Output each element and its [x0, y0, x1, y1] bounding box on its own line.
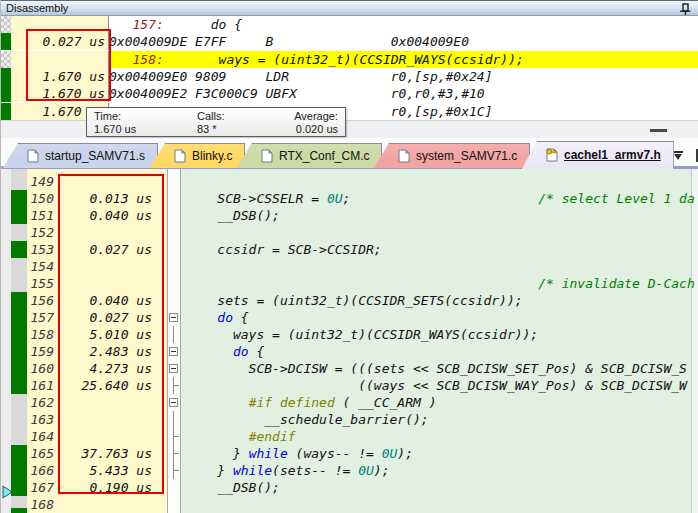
coverage-block[interactable]: [11, 190, 27, 207]
execution-time-cell: 0.013 us: [56, 190, 158, 207]
editor-line[interactable]: 149: [1, 173, 698, 190]
disassembly-titlebar: Disassembly: [1, 0, 698, 16]
execution-time-cell: 4.273 us: [56, 360, 158, 377]
tooltip-value-calls: 83 *: [197, 123, 289, 136]
code-text: [181, 224, 696, 241]
coverage-block: [1, 68, 11, 85]
editor-line[interactable]: 1585.010 us ways = (uint32_t)(CCSIDR_WAY…: [1, 326, 698, 343]
fold-marker[interactable]: [167, 377, 181, 394]
fold-collapse-icon[interactable]: [169, 313, 178, 322]
line-number: 149: [27, 173, 54, 190]
execution-time-cell: 0.027 us: [56, 309, 158, 326]
execution-time-cell: [56, 428, 158, 445]
line-number: 154: [27, 258, 54, 275]
editor-line[interactable]: 1592.483 us do {: [1, 343, 698, 360]
disassembly-panel[interactable]: Disassembly 157: do {0.027 us0x004009DE …: [1, 0, 698, 138]
code-text: } while (ways-- != 0U);: [181, 445, 696, 462]
editor-line[interactable]: 155 /* invalidate D-Cach: [1, 275, 698, 292]
tab-system-samv71-c[interactable]: system_SAMV71.c: [374, 143, 530, 168]
coverage-block[interactable]: [11, 377, 27, 394]
fold-marker[interactable]: [167, 428, 181, 445]
coverage-block: [1, 51, 11, 68]
coverage-block[interactable]: [11, 207, 27, 224]
code-text: [181, 258, 696, 275]
fold-collapse-icon[interactable]: [169, 347, 178, 356]
execution-time-cell: [56, 496, 158, 513]
code-text: SCB->DCISW = (((sets << SCB_DCISW_SET_Po…: [181, 360, 696, 377]
editor-line[interactable]: 1500.013 us SCB->CSSELR = 0U; /* select …: [1, 190, 698, 207]
disasm-timing-cell: 1.670 us: [11, 85, 109, 102]
disassembly-title: Disassembly: [6, 2, 68, 14]
editor-line[interactable]: 1530.027 us ccsidr = SCB->CCSIDR;: [1, 241, 698, 258]
fold-marker[interactable]: [167, 445, 181, 462]
editor-line[interactable]: 16125.640 us ((ways << SCB_DCISW_WAY_Pos…: [1, 377, 698, 394]
fold-marker[interactable]: [167, 343, 181, 360]
tooltip-value-average: 0.020 us: [289, 123, 338, 136]
pin-icon[interactable]: [679, 3, 691, 15]
execution-time-cell: [56, 394, 158, 411]
tab-startup-samv71-s[interactable]: startup_SAMV71.s: [3, 143, 158, 168]
editor-line[interactable]: 1670.190 us __DSB();: [1, 479, 698, 496]
coverage-block[interactable]: [11, 309, 27, 326]
editor-line[interactable]: 1510.040 us __DSB();: [1, 207, 698, 224]
disasm-row[interactable]: 1.670 us0x004009E2 F3C000C9 UBFX r0,r0,#…: [1, 85, 698, 102]
coverage-block[interactable]: [11, 360, 27, 377]
line-number: 156: [27, 292, 54, 309]
disasm-row[interactable]: 1.670 us0x004009E0 9809 LDR r0,[sp,#0x24…: [1, 68, 698, 85]
line-number: 160: [27, 360, 54, 377]
editor-line[interactable]: 164 #endif: [1, 428, 698, 445]
editor-line[interactable]: 162 #if defined ( __CC_ARM ): [1, 394, 698, 411]
coverage-block[interactable]: [11, 462, 27, 479]
editor-line[interactable]: 16537.763 us } while (ways-- != 0U);: [1, 445, 698, 462]
fold-marker[interactable]: [167, 326, 181, 343]
fold-marker[interactable]: [167, 360, 181, 377]
coverage-block[interactable]: [11, 343, 27, 360]
fold-collapse-icon[interactable]: [169, 364, 178, 373]
editor-line[interactable]: 1560.040 us sets = (uint32_t)(CCSIDR_SET…: [1, 292, 698, 309]
fold-marker[interactable]: [167, 462, 181, 479]
document-icon: [398, 149, 410, 163]
fold-collapse-icon[interactable]: [169, 398, 178, 407]
coverage-block[interactable]: [11, 479, 27, 496]
fold-marker[interactable]: [167, 309, 181, 326]
coverage-block[interactable]: [11, 326, 27, 343]
disasm-timing-cell: 1.670 us: [11, 68, 109, 85]
disasm-row[interactable]: 158: ways = (uint32_t)(CCSIDR_WAYS(ccsid…: [1, 51, 698, 68]
source-editor[interactable]: 1491500.013 us SCB->CSSELR = 0U; /* sele…: [1, 169, 698, 513]
fold-marker[interactable]: [167, 394, 181, 411]
fold-line: [173, 411, 174, 428]
fold-tick: [173, 453, 179, 454]
code-text: [181, 496, 696, 513]
editor-line[interactable]: 1665.433 us } while(sets-- != 0U);: [1, 462, 698, 479]
line-number: 152: [27, 224, 54, 241]
scrollbar-thumb[interactable]: [650, 129, 667, 132]
execution-time-cell: 0.040 us: [56, 207, 158, 224]
disasm-code-cell: 157: do {: [109, 16, 698, 33]
editor-line[interactable]: 154: [1, 258, 698, 275]
disasm-row[interactable]: 157: do {: [1, 16, 698, 33]
editor-line[interactable]: 1570.027 us do {: [1, 309, 698, 326]
coverage-block[interactable]: [11, 445, 27, 462]
tab-cachel1-armv7-h[interactable]: cachel1_armv7.h: [522, 141, 674, 169]
editor-line[interactable]: 163 __schedule_barrier();: [1, 411, 698, 428]
editor-line[interactable]: 1604.273 us SCB->DCISW = (((sets << SCB_…: [1, 360, 698, 377]
execution-time-cell: 0.027 us: [56, 241, 158, 258]
code-text: __DSB();: [181, 207, 696, 224]
execution-time-cell: 0.190 us: [56, 479, 158, 496]
line-number: 165: [27, 445, 54, 462]
disassembly-listing[interactable]: 157: do {0.027 us0x004009DE E7FF B 0x004…: [1, 16, 698, 120]
execution-time-cell: 25.640 us: [56, 377, 158, 394]
disasm-timing-cell: 0.027 us: [11, 33, 109, 50]
coverage-block[interactable]: [11, 292, 27, 309]
line-number: 150: [27, 190, 54, 207]
fold-marker[interactable]: [167, 411, 181, 428]
tab-rtx-conf-cm-c[interactable]: RTX_Conf_CM.c: [237, 143, 382, 168]
tooltip-label-time: Time:: [94, 110, 197, 123]
line-number: 159: [27, 343, 54, 360]
coverage-block[interactable]: [11, 241, 27, 258]
disasm-row[interactable]: 0.027 us0x004009DE E7FF B 0x004009E0: [1, 33, 698, 50]
editor-line[interactable]: 152: [1, 224, 698, 241]
tab-overflow-dropdown-icon[interactable]: [673, 150, 685, 162]
tab-blinky-c[interactable]: Blinky.c: [150, 143, 245, 168]
editor-line[interactable]: 168: [1, 496, 698, 513]
